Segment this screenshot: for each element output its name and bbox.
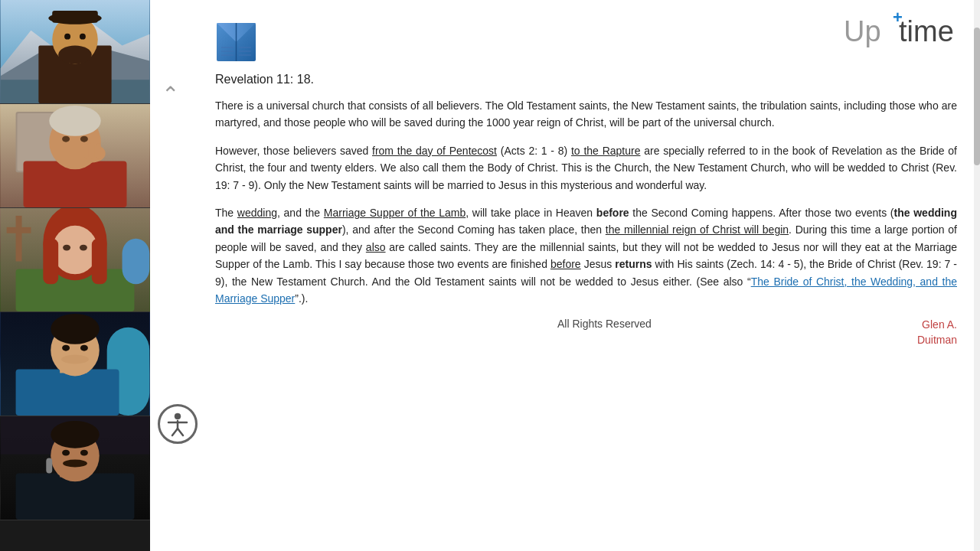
scroll-up-button[interactable]: ⌃ — [162, 84, 179, 106]
all-rights-text: All Rights Reserved — [557, 318, 652, 330]
svg-rect-21 — [84, 144, 89, 159]
svg-point-50 — [62, 450, 70, 456]
uptime-logo: Up + time — [844, 9, 966, 47]
accessibility-icon — [164, 410, 191, 438]
svg-rect-23 — [96, 144, 101, 159]
svg-point-41 — [62, 345, 70, 351]
video-tile-4 — [0, 312, 150, 416]
svg-text:Up: Up — [844, 15, 881, 47]
svg-point-32 — [63, 245, 70, 251]
svg-point-33 — [80, 245, 87, 251]
accessibility-button[interactable] — [158, 404, 198, 444]
svg-point-49 — [51, 421, 100, 448]
bold-returns: returns — [615, 258, 652, 270]
footer-area: All Rights Reserved Glen A. Duitman — [215, 318, 957, 355]
svg-rect-25 — [16, 216, 22, 262]
svg-rect-26 — [7, 227, 31, 233]
svg-point-18 — [62, 136, 70, 142]
svg-point-52 — [63, 460, 87, 468]
svg-point-17 — [49, 106, 101, 136]
svg-point-42 — [80, 345, 88, 351]
scroll-up-arrow[interactable]: ⌃ — [162, 84, 179, 106]
svg-point-40 — [51, 314, 100, 344]
link-before2: before — [550, 258, 581, 270]
bold-before: before — [596, 207, 629, 219]
svg-point-43 — [61, 355, 89, 364]
svg-rect-7 — [52, 11, 98, 23]
svg-rect-22 — [90, 142, 95, 159]
svg-point-9 — [64, 34, 70, 40]
svg-rect-53 — [46, 458, 52, 474]
video-tile-1 — [0, 0, 150, 104]
uptime-logo-svg: Up + time — [844, 9, 966, 47]
next-content-partial — [215, 355, 957, 371]
article-title: Revelation 11: 18. — [215, 73, 957, 86]
article-paragraph-1: There is a universal church that consist… — [215, 97, 957, 132]
link-rapture: to the Rapture — [571, 145, 640, 157]
svg-point-10 — [80, 34, 86, 40]
link-millennial: the millennial reign of Christ will begi… — [606, 223, 789, 236]
book-icon — [215, 15, 257, 65]
svg-point-29 — [52, 226, 98, 275]
svg-rect-34 — [122, 239, 150, 285]
link-bride-article[interactable]: The Bride of Christ, the Wedding, and th… — [215, 276, 957, 305]
link-marriage-supper: Marriage Supper of the Lamb — [324, 207, 466, 219]
svg-point-8 — [58, 46, 92, 64]
link-also: also — [366, 241, 386, 253]
svg-point-51 — [80, 450, 88, 456]
video-tile-2 — [0, 104, 150, 208]
svg-line-58 — [178, 429, 183, 435]
svg-text:time: time — [899, 15, 954, 47]
svg-point-54 — [175, 413, 181, 419]
video-tile-3 — [0, 208, 150, 312]
main-content: ⌃ Up + time — [150, 0, 980, 551]
video-sidebar — [0, 0, 150, 551]
svg-line-57 — [172, 429, 178, 435]
article-content: Revelation 11: 18. There is a universal … — [207, 0, 980, 551]
svg-rect-30 — [43, 239, 58, 285]
article-paragraph-2: However, those believers saved from the … — [215, 142, 957, 194]
scrollbar-thumb[interactable] — [974, 28, 980, 165]
svg-rect-37 — [16, 369, 119, 416]
article-paragraph-3: The wedding, and the Marriage Supper of … — [215, 204, 957, 307]
link-pentecost: from the day of Pentecost — [372, 145, 497, 157]
link-wedding: wedding — [237, 207, 277, 219]
svg-rect-31 — [92, 239, 107, 285]
scrollbar-track[interactable] — [974, 0, 980, 551]
author-name: Glen A. Duitman — [917, 318, 957, 347]
video-tile-5 — [0, 416, 150, 520]
svg-point-19 — [80, 136, 88, 142]
